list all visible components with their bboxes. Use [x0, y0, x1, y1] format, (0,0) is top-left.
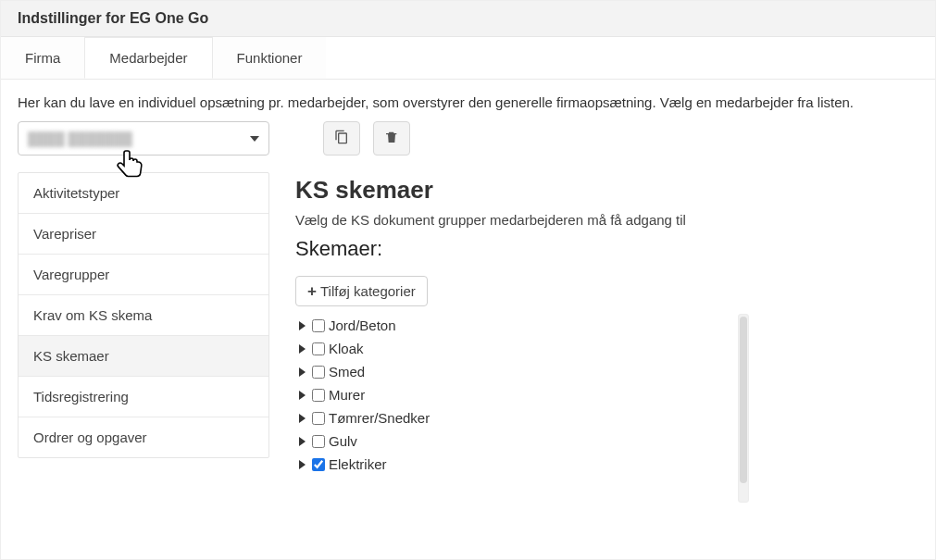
add-categories-label: Tilføj kategorier — [320, 283, 416, 299]
add-categories-button[interactable]: +Tilføj kategorier — [295, 276, 428, 306]
main-column: KS skemaer Vælg de KS dokument grupper m… — [295, 172, 918, 476]
employee-select[interactable]: ████ ███████ — [18, 121, 269, 156]
category-checkbox[interactable] — [312, 319, 325, 332]
expand-icon[interactable] — [295, 367, 308, 377]
tab-bar: FirmaMedarbejderFunktioner — [1, 37, 935, 80]
category-checkbox[interactable] — [312, 366, 325, 379]
category-row: Murer — [295, 383, 732, 406]
plus-icon: + — [307, 283, 317, 299]
category-row: Tømrer/Snedker — [295, 406, 732, 429]
category-row: Kloak — [295, 337, 732, 360]
expand-icon[interactable] — [295, 460, 308, 469]
category-row: Smed — [295, 360, 732, 383]
category-label[interactable]: Tømrer/Snedker — [329, 410, 430, 426]
category-row: Jord/Beton — [295, 314, 732, 337]
tab-medarbejder[interactable]: Medarbejder — [84, 37, 212, 79]
category-label[interactable]: Gulv — [329, 433, 357, 449]
scrollbar[interactable] — [738, 314, 749, 503]
category-tree: Jord/Beton Kloak Smed Murer Tømrer/Snedk… — [295, 314, 749, 476]
category-row: Elektriker — [295, 453, 732, 476]
category-checkbox[interactable] — [312, 435, 325, 448]
sidebar-item-2[interactable]: Varegrupper — [19, 255, 268, 295]
category-label[interactable]: Kloak — [329, 341, 364, 356]
copy-button[interactable] — [323, 121, 360, 156]
expand-icon[interactable] — [295, 414, 308, 423]
trash-icon — [384, 130, 399, 147]
employee-select-value: ████ ███████ — [28, 131, 132, 146]
copy-icon — [334, 130, 349, 147]
category-checkbox[interactable] — [312, 458, 325, 471]
sidebar-item-1[interactable]: Varepriser — [19, 214, 268, 255]
tab-funktioner[interactable]: Funktioner — [213, 37, 327, 79]
chevron-down-icon — [250, 136, 259, 142]
expand-icon[interactable] — [295, 321, 308, 330]
expand-icon[interactable] — [295, 437, 308, 446]
intro-text: Her kan du lave en individuel opsætning … — [1, 80, 935, 116]
category-label[interactable]: Jord/Beton — [329, 317, 396, 333]
scrollbar-thumb[interactable] — [740, 317, 747, 483]
sidebar-item-3[interactable]: Krav om KS skema — [19, 295, 268, 336]
expand-icon[interactable] — [295, 344, 308, 354]
tab-firma[interactable]: Firma — [1, 37, 84, 79]
body-area: AktivitetstyperVarepriserVaregrupperKrav… — [1, 165, 935, 481]
expand-icon[interactable] — [295, 391, 308, 400]
category-label[interactable]: Elektriker — [329, 456, 387, 472]
page-title: Indstillinger for EG One Go — [1, 1, 935, 37]
top-controls: ████ ███████ — [1, 116, 935, 165]
category-tree-wrap: Jord/Beton Kloak Smed Murer Tømrer/Snedk… — [295, 314, 749, 476]
category-label[interactable]: Smed — [329, 364, 365, 380]
section-heading: KS skemaer — [295, 176, 918, 205]
category-checkbox[interactable] — [312, 389, 325, 402]
sidebar-item-4[interactable]: KS skemaer — [19, 336, 268, 377]
settings-window: Indstillinger for EG One Go FirmaMedarbe… — [0, 0, 936, 560]
sidebar-item-5[interactable]: Tidsregistrering — [19, 377, 268, 417]
delete-button[interactable] — [373, 121, 410, 156]
category-checkbox[interactable] — [312, 412, 325, 425]
sidebar-item-6[interactable]: Ordrer og opgaver — [19, 417, 268, 457]
settings-sidebar: AktivitetstyperVarepriserVaregrupperKrav… — [18, 172, 269, 458]
section-subheading: Skemaer: — [295, 237, 918, 261]
category-row: Gulv — [295, 429, 732, 453]
section-description: Vælg de KS dokument grupper medarbejdere… — [295, 212, 918, 228]
category-checkbox[interactable] — [312, 342, 325, 355]
category-label[interactable]: Murer — [329, 387, 365, 403]
sidebar-item-0[interactable]: Aktivitetstyper — [19, 173, 268, 214]
